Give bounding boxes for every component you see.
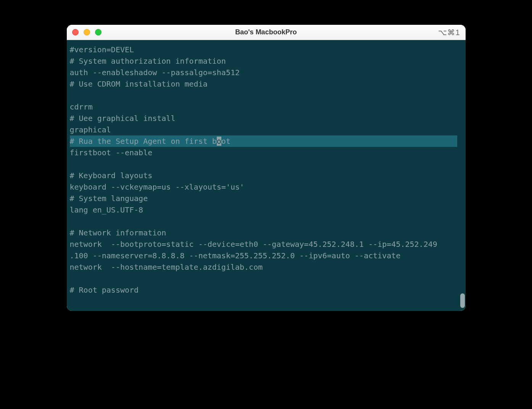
terminal-line: auth --enableshadow --passalgo=sha512 <box>70 67 463 78</box>
terminal-line: # Rua the Setup Agent on first boot <box>70 135 457 147</box>
titlebar: Bao's MacbookPro ⌥⌘1 <box>67 25 466 40</box>
scrollbar-thumb[interactable] <box>460 293 465 308</box>
terminal-line: # Use CDROM installation media <box>70 78 463 90</box>
terminal-line: .100 --nameserver=8.8.8.8 --netmask=255.… <box>70 250 463 261</box>
terminal-line <box>70 273 463 284</box>
terminal-line: cdrrm <box>70 101 463 113</box>
minimize-icon[interactable] <box>84 29 90 35</box>
terminal-line: # Network information <box>70 227 463 238</box>
terminal-content[interactable]: #version=DEVEL# System authorization inf… <box>67 40 466 300</box>
terminal-line: keyboard --vckeymap=us --xlayouts='us' <box>70 181 463 193</box>
terminal-line <box>70 216 463 227</box>
terminal-line <box>70 158 463 170</box>
terminal-line: # Keyboard layouts <box>70 170 463 181</box>
terminal-window: Bao's MacbookPro ⌥⌘1 #version=DEVEL# Sys… <box>67 25 466 311</box>
terminal-body[interactable]: #version=DEVEL# System authorization inf… <box>67 40 466 311</box>
terminal-line: lang en_US.UTF-8 <box>70 204 463 216</box>
close-icon[interactable] <box>72 29 79 35</box>
window-title: Bao's MacbookPro <box>67 28 466 36</box>
window-shortcut: ⌥⌘1 <box>438 28 460 37</box>
window-controls <box>72 29 102 35</box>
terminal-line: network --bootproto=static --device=eth0… <box>70 238 463 250</box>
terminal-line: # Root password <box>70 284 463 296</box>
terminal-line: #version=DEVEL <box>70 44 463 55</box>
terminal-line: # Uee graphical install <box>70 113 463 124</box>
maximize-icon[interactable] <box>95 29 102 35</box>
cursor: o <box>217 137 221 146</box>
terminal-line: network --hostname=template.azdigilab.co… <box>70 261 463 273</box>
terminal-line: graphical <box>70 124 463 135</box>
terminal-line <box>70 90 463 101</box>
terminal-line: # System language <box>70 193 463 204</box>
terminal-line: # System authorization information <box>70 55 463 67</box>
terminal-line: firstboot --enable <box>70 147 463 158</box>
